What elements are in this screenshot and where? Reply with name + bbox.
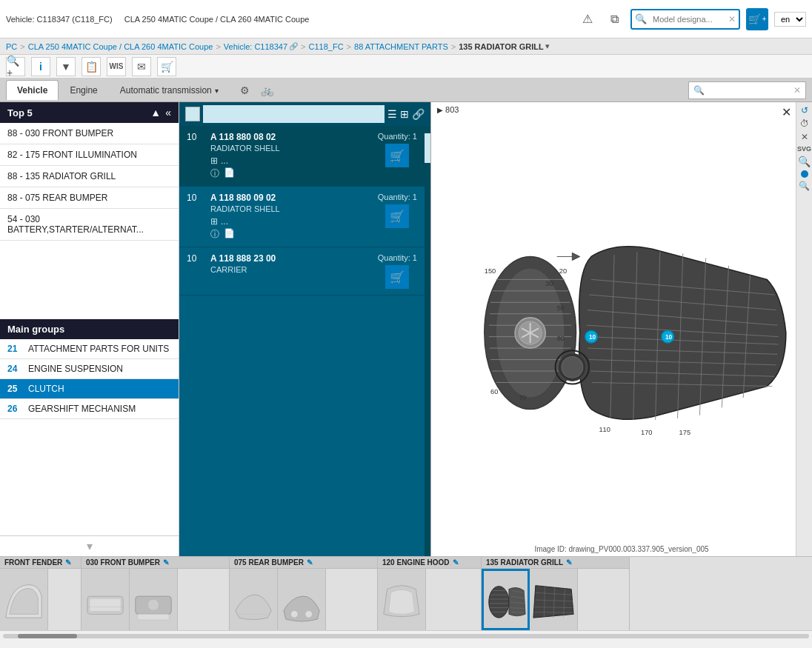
info-icon[interactable]: i bbox=[31, 57, 50, 76]
sidebar-scroll-down[interactable]: ▾ bbox=[0, 535, 179, 556]
main-group-26[interactable]: 26 GEARSHIFT MECHANISM bbox=[0, 399, 179, 419]
main-group-21[interactable]: 21 ATTACHMENT PARTS FOR UNITS bbox=[0, 339, 179, 359]
tab-automatic-transmission[interactable]: Automatic transmission ▾ bbox=[109, 80, 230, 100]
tab-vehicle[interactable]: Vehicle bbox=[6, 80, 59, 100]
sidebar-item-88075[interactable]: 88 - 075 REAR BUMPER bbox=[0, 187, 179, 209]
scrollbar-area bbox=[0, 630, 812, 641]
clear-search-icon[interactable]: ✕ bbox=[728, 14, 736, 24]
main-group-24[interactable]: 24 ENGINE SUSPENSION bbox=[0, 359, 179, 379]
part-details-1: A 118 880 08 02 RADIATOR SHELL ⊞ ... ⓘ 📄 bbox=[210, 132, 372, 180]
thumb-edit-frontbumper[interactable]: ✎ bbox=[163, 558, 169, 567]
part-grid-icon-1[interactable]: ⊞ bbox=[210, 156, 218, 166]
breadcrumb-dropdown-icon[interactable]: ▾ bbox=[545, 41, 550, 51]
thumb-images-frontbumper bbox=[81, 569, 229, 630]
main-group-num-26: 26 bbox=[7, 404, 22, 414]
part-item-2[interactable]: 10 A 118 880 09 02 RADIATOR SHELL ⊞ ... … bbox=[179, 187, 425, 247]
diagram-close-icon[interactable]: ✕ bbox=[782, 105, 791, 119]
history-icon[interactable]: ⏱ bbox=[800, 118, 809, 129]
zoom-in-icon[interactable]: 🔍+ bbox=[6, 57, 25, 76]
top-bar-right: ⚠ ⧉ 🔍 ✕ 🛒 + en de bbox=[577, 8, 806, 30]
part-info-icon-2[interactable]: ⓘ bbox=[210, 228, 219, 241]
zoom-in-diagram-icon[interactable]: 🔍 bbox=[798, 156, 811, 167]
doc-icon[interactable]: 📋 bbox=[81, 57, 101, 76]
thumb-label-text-frontbumper: 030 FRONT BUMPER bbox=[86, 558, 160, 567]
sidebar-item-54030[interactable]: 54 - 030 BATTERY,STARTER/ALTERNAT... bbox=[0, 209, 179, 241]
thumb-img-enginehood-1[interactable] bbox=[378, 569, 426, 630]
part-icons-1: ⊞ ... bbox=[210, 156, 372, 166]
settings-icon[interactable]: ⚙ bbox=[236, 81, 255, 100]
tab-search-clear-icon[interactable]: ✕ bbox=[793, 85, 801, 96]
tab-engine[interactable]: Engine bbox=[59, 80, 108, 100]
breadcrumb-c118fc[interactable]: C118_FC bbox=[309, 42, 344, 51]
thumb-img-frontfender-1[interactable] bbox=[0, 569, 48, 630]
sidebar-item-88135[interactable]: 88 - 135 RADIATOR GRILL bbox=[0, 166, 179, 187]
sidebar-item-82175[interactable]: 82 - 175 FRONT ILLUMINATION bbox=[0, 144, 179, 166]
sidebar-item-label: 88 - 135 RADIATOR GRILL bbox=[7, 171, 116, 181]
cart-button-3[interactable]: 🛒 bbox=[385, 265, 409, 289]
thumb-label-radiatorgrill: 135 RADIATOR GRILL ✎ bbox=[482, 557, 629, 569]
diagram-count: ▶ 803 bbox=[437, 105, 459, 114]
part-doc-icon-2[interactable]: 📄 bbox=[224, 228, 235, 241]
cart-button-2[interactable]: 🛒 bbox=[385, 204, 409, 228]
sidebar-header: Top 5 ▲ « bbox=[0, 102, 179, 123]
thumb-edit-rearbumper[interactable]: ✎ bbox=[307, 558, 313, 567]
thumb-edit-radiatorgrill[interactable]: ✎ bbox=[566, 558, 572, 567]
thumb-img-frontbumper-2[interactable] bbox=[130, 569, 178, 630]
warning-icon[interactable]: ⚠ bbox=[577, 9, 598, 30]
search-input-top[interactable] bbox=[647, 12, 728, 27]
grid-view-icon[interactable]: ⊞ bbox=[400, 108, 409, 120]
thumb-img-rearbumper-2[interactable] bbox=[278, 569, 326, 630]
thumb-img-frontbumper-1[interactable] bbox=[81, 569, 130, 630]
parts-panel-header: ☰ ⊞ 🔗 bbox=[179, 102, 430, 126]
list-view-icon[interactable]: ☰ bbox=[387, 108, 397, 120]
cart-icon-toolbar[interactable]: 🛒 bbox=[157, 57, 176, 76]
copy-icon[interactable]: ⧉ bbox=[604, 9, 625, 30]
zoom-out-diagram-icon[interactable]: 🔍 bbox=[799, 181, 810, 191]
breadcrumb-pc[interactable]: PC bbox=[6, 42, 17, 51]
breadcrumb-88attachment[interactable]: 88 ATTACHMENT PARTS bbox=[354, 42, 448, 51]
wis-icon[interactable]: WIS bbox=[107, 57, 126, 76]
cart-button-top[interactable]: 🛒 + bbox=[746, 8, 768, 30]
part-item-3[interactable]: 10 A 118 888 23 00 CARRIER Quantity: 1 🛒 bbox=[179, 247, 425, 295]
mail-icon[interactable]: ✉ bbox=[132, 57, 151, 76]
label-60: 60 bbox=[490, 388, 498, 395]
thumb-edit-frontfender[interactable]: ✎ bbox=[65, 558, 71, 567]
sidebar-collapse-icon[interactable]: ▲ bbox=[150, 107, 161, 118]
svg-export-icon[interactable]: SVG bbox=[797, 145, 811, 153]
breadcrumb-model[interactable]: CLA 250 4MATIC Coupe / CLA 260 4MATIC Co… bbox=[28, 42, 213, 51]
parts-panel: ☰ ⊞ 🔗 10 A 118 880 08 02 RADIATOR SHELL … bbox=[179, 102, 431, 556]
sidebar-expand-icon[interactable]: « bbox=[165, 107, 171, 118]
label-50: 50 bbox=[557, 304, 565, 312]
cross-icon[interactable]: ✕ bbox=[801, 132, 808, 142]
breadcrumb-vehicle[interactable]: Vehicle: C118347 bbox=[224, 42, 287, 51]
sidebar-item-88030[interactable]: 88 - 030 FRONT BUMPER bbox=[0, 123, 179, 144]
thumb-images-radiatorgrill bbox=[482, 569, 629, 630]
label-20: 20 bbox=[559, 267, 567, 275]
parts-scrollbar[interactable] bbox=[425, 126, 430, 556]
cart-button-1[interactable]: 🛒 bbox=[385, 144, 409, 167]
scrollbar-track[interactable] bbox=[3, 634, 809, 638]
thumb-img-radiatorgrill-1[interactable] bbox=[482, 569, 530, 630]
tab-search-input[interactable] bbox=[705, 84, 793, 97]
language-select[interactable]: en de bbox=[774, 12, 806, 27]
scrollbar-thumb[interactable] bbox=[18, 634, 77, 638]
part-doc-icon-1[interactable]: 📄 bbox=[224, 167, 235, 180]
part-code-1: A 118 880 08 02 bbox=[210, 132, 372, 142]
thumb-section-frontbumper: 030 FRONT BUMPER ✎ bbox=[81, 557, 230, 630]
parts-search-input[interactable] bbox=[203, 105, 385, 123]
parts-link-icon[interactable]: 🔗 bbox=[412, 108, 425, 120]
bike-icon[interactable]: 🚲 bbox=[258, 81, 277, 100]
sync-icon[interactable]: ↺ bbox=[801, 105, 808, 116]
parts-scrollbar-thumb[interactable] bbox=[425, 133, 430, 163]
thumb-img-radiatorgrill-2[interactable] bbox=[530, 569, 578, 630]
parts-select-all[interactable] bbox=[185, 107, 200, 121]
thumb-edit-enginehood[interactable]: ✎ bbox=[453, 558, 459, 567]
thumb-img-rearbumper-1[interactable] bbox=[230, 569, 278, 630]
filter-icon[interactable]: ▼ bbox=[56, 57, 76, 76]
cart-plus-icon: + bbox=[762, 15, 767, 23]
part-info-icon-1[interactable]: ⓘ bbox=[210, 167, 219, 180]
part-grid-icon-2[interactable]: ⊞ bbox=[210, 216, 218, 227]
part-item-1[interactable]: 10 A 118 880 08 02 RADIATOR SHELL ⊞ ... … bbox=[179, 126, 425, 187]
qty-label-2: Quantity: 1 bbox=[378, 193, 417, 201]
main-group-25[interactable]: 25 CLUTCH bbox=[0, 379, 179, 399]
